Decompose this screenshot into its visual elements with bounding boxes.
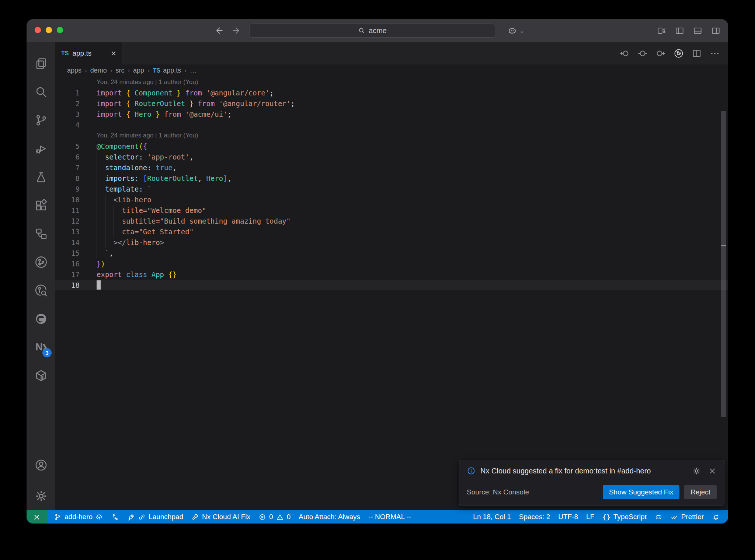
status-cursor-position[interactable]: Ln 18, Col 1 (469, 510, 515, 524)
toggle-primary-sidebar-icon[interactable] (675, 26, 685, 36)
close-window-button[interactable] (35, 27, 41, 33)
code-line-1[interactable]: 1import { Component } from '@angular/cor… (55, 87, 728, 98)
activity-item-run-debug[interactable] (27, 134, 55, 163)
breadcrumb-item-apps[interactable]: apps (67, 67, 81, 74)
activity-item-search[interactable] (27, 78, 55, 106)
close-tab-icon[interactable]: × (111, 49, 116, 58)
toggle-panel-icon[interactable] (693, 26, 703, 36)
indent-guide (105, 194, 105, 205)
reject-button[interactable]: Reject (684, 485, 717, 499)
code-line-17[interactable]: 17export class App {} (55, 269, 728, 280)
code-line-16[interactable]: 16}) (55, 258, 728, 269)
activity-item-nx-console[interactable]: N❯3 (27, 333, 55, 361)
status-vim-mode[interactable]: -- NORMAL -- (364, 510, 415, 524)
code-line-7[interactable]: 7 standalone: true, (55, 162, 728, 173)
activity-item-edge-tools[interactable] (27, 305, 55, 333)
code-line-18[interactable]: 18 (55, 280, 728, 290)
line-number: 10 (55, 196, 80, 204)
breadcrumb-item-demo[interactable]: demo (90, 67, 107, 74)
extensions-icon (34, 199, 48, 212)
merge-icon (111, 513, 119, 521)
status-problems[interactable]: 00 (254, 510, 295, 524)
code-line-15[interactable]: 15 `, (55, 248, 728, 258)
code-line-12[interactable]: 12 subtitle="Build something amazing tod… (55, 216, 728, 226)
code-line-3[interactable]: 3import { Hero } from '@acme/ui'; (55, 109, 728, 119)
tab-app-ts[interactable]: TS app.ts × (55, 42, 122, 64)
zoom-window-button[interactable] (57, 27, 63, 33)
command-center-search[interactable]: acme (250, 24, 495, 38)
gitlens-blame-annotation[interactable]: You, 24 minutes ago | 1 author (You) (55, 130, 728, 141)
code-line-5[interactable]: 5@Component({ (55, 141, 728, 151)
breadcrumb-item-src[interactable]: src (115, 67, 124, 74)
tab-label: app.ts (72, 49, 91, 57)
gitlens-previous-change-icon[interactable] (619, 48, 630, 59)
status-notifications-bell[interactable] (708, 510, 724, 524)
back-arrow-icon[interactable] (214, 26, 223, 35)
more-actions-icon[interactable] (710, 48, 720, 59)
status-formatter[interactable]: Prettier (667, 510, 708, 524)
breadcrumb-item-appts[interactable]: TSapp.ts (153, 67, 181, 74)
customize-layout-icon[interactable] (657, 26, 667, 36)
code-line-6[interactable]: 6 selector: 'app-root', (55, 151, 728, 162)
indent-guide (97, 248, 97, 258)
activity-item-references[interactable] (27, 220, 55, 248)
line-number: 16 (55, 260, 80, 268)
indent-guide (97, 226, 97, 237)
code-line-13[interactable]: 13 cta="Get Started" (55, 226, 728, 237)
status-remote-indicator[interactable] (27, 510, 47, 524)
activity-item-containers[interactable] (27, 361, 55, 390)
edge-icon (34, 312, 48, 326)
status-label: UTF-8 (558, 513, 578, 521)
gitlens-next-change-icon[interactable] (655, 48, 666, 59)
minimize-window-button[interactable] (46, 27, 52, 33)
status-nx-cloud-ai-fix[interactable]: Nx Cloud AI Fix (187, 510, 254, 524)
code-line-11[interactable]: 11 title="Welcmoe demo" (55, 205, 728, 216)
code-line-10[interactable]: 10 <lib-hero (55, 194, 728, 205)
code-line-2[interactable]: 2import { RouterOutlet } from '@angular/… (55, 98, 728, 109)
split-editor-icon[interactable] (692, 48, 702, 59)
activity-item-settings[interactable] (27, 482, 55, 510)
indent-guide (105, 205, 105, 216)
indent-guide (114, 226, 114, 237)
activity-item-source-control[interactable] (27, 106, 55, 134)
notification-close-icon[interactable] (708, 467, 717, 475)
breadcrumb-separator-icon: › (184, 67, 187, 74)
status-indentation[interactable]: Spaces: 2 (515, 510, 554, 524)
code-editor[interactable]: You, 24 minutes ago | 1 author (You)1imp… (55, 77, 728, 510)
gitlens-blame-annotation[interactable]: You, 24 minutes ago | 1 author (You) (55, 77, 728, 87)
activity-item-gitlens-inspect[interactable] (27, 276, 55, 305)
warning-triangle-icon (276, 513, 284, 521)
gitlens-annotations-icon[interactable] (674, 48, 684, 59)
indent-guide (105, 216, 105, 226)
breadcrumb-item-[interactable]: … (190, 67, 196, 74)
code-line-4[interactable]: 4 (55, 119, 728, 130)
gitlens-changes-icon[interactable] (637, 48, 648, 59)
status-eol[interactable]: LF (582, 510, 598, 524)
forward-arrow-icon[interactable] (232, 26, 242, 35)
status-launchpad[interactable]: Launchpad (123, 510, 187, 524)
activity-item-accounts[interactable] (27, 454, 55, 482)
breadcrumb-item-app[interactable]: app (133, 67, 144, 74)
bell-dot-icon (712, 513, 720, 521)
activity-item-testing[interactable] (27, 163, 55, 191)
status-auto-attach[interactable]: Auto Attach: Always (295, 510, 364, 524)
toggle-secondary-sidebar-icon[interactable] (711, 26, 721, 36)
notification-settings-gear-icon[interactable] (692, 467, 701, 475)
line-number: 6 (55, 153, 80, 161)
status-encoding[interactable]: UTF-8 (554, 510, 582, 524)
status-git-action[interactable] (107, 510, 123, 524)
breadcrumb-separator-icon: › (128, 67, 130, 74)
status-copilot-status[interactable] (651, 510, 667, 524)
rocket-icon (127, 513, 135, 521)
activity-item-explorer[interactable] (27, 49, 55, 78)
code-line-9[interactable]: 9 template: ` (55, 183, 728, 194)
show-suggested-fix-button[interactable]: Show Suggested Fix (603, 485, 679, 499)
activity-item-extensions[interactable] (27, 191, 55, 220)
indent-guide (105, 237, 105, 248)
status-git-branch[interactable]: add-hero (50, 510, 107, 524)
code-line-14[interactable]: 14 ></lib-hero> (55, 237, 728, 248)
code-line-8[interactable]: 8 imports: [RouterOutlet, Hero], (55, 173, 728, 183)
status-language-mode[interactable]: {}TypeScript (598, 510, 650, 524)
activity-item-gitlens[interactable] (27, 248, 55, 276)
copilot-menu[interactable]: ⌄ (507, 19, 524, 42)
